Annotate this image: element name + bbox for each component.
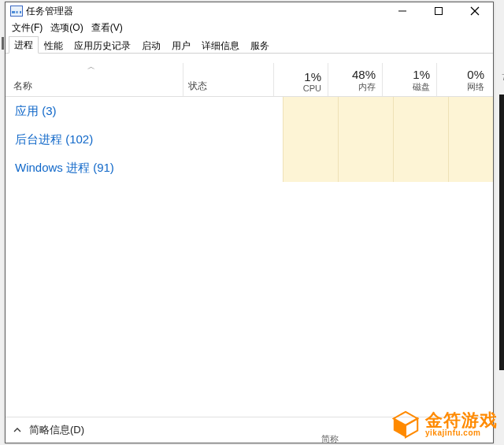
column-memory[interactable]: 48% 内存 <box>328 63 382 96</box>
group-background-status <box>192 125 283 154</box>
group-windows-label: Windows 进程 (91) <box>6 154 192 182</box>
column-name-label: 名称 <box>13 80 183 93</box>
under-caption: 简称 <box>321 433 339 445</box>
memory-label: 内存 <box>358 81 376 93</box>
group-background-label: 后台进程 (102) <box>6 125 192 154</box>
group-apps-cpu <box>283 97 338 125</box>
tab-apphistory[interactable]: 应用历史记录 <box>69 37 136 54</box>
bg-dark <box>499 95 504 370</box>
task-manager-window: 任务管理器 文件(F) 选项(O) 查看(V) 进程 <box>5 2 494 443</box>
tab-details[interactable]: 详细信息 <box>196 37 245 54</box>
group-apps-status <box>192 97 283 125</box>
menu-options[interactable]: 选项(O) <box>50 21 83 35</box>
cpu-usage-value: 1% <box>304 70 321 83</box>
group-background-memory <box>338 125 393 154</box>
close-button[interactable] <box>457 2 493 20</box>
tabbar: 进程 性能 应用历史记录 启动 用户 详细信息 服务 <box>6 35 493 54</box>
menu-view[interactable]: 查看(V) <box>91 21 123 35</box>
background: 7 任务管理器 文件(F) 选项(O) 查看(V) <box>0 0 504 445</box>
fewer-details-label[interactable]: 简略信息(D) <box>29 423 84 437</box>
column-headers: ︿ 名称 状态 1% CPU 48% 内存 1% 磁盘 0% 网络 <box>6 63 493 97</box>
group-background-network <box>448 125 493 154</box>
column-network[interactable]: 0% 网络 <box>436 63 491 96</box>
title-controls <box>384 2 493 20</box>
group-windows-network <box>448 154 493 182</box>
column-cpu[interactable]: 1% CPU <box>273 63 328 96</box>
group-apps-label: 应用 (3) <box>6 97 192 125</box>
task-manager-icon <box>10 6 23 17</box>
group-background-disk <box>393 125 448 154</box>
group-background-cpu <box>283 125 338 154</box>
group-windows-status <box>192 154 283 182</box>
tab-startup[interactable]: 启动 <box>136 37 166 54</box>
fewer-details-button[interactable] <box>12 425 23 436</box>
menu-file[interactable]: 文件(F) <box>12 21 43 35</box>
network-usage-value: 0% <box>467 68 484 81</box>
group-windows[interactable]: Windows 进程 (91) <box>6 154 493 182</box>
tab-services[interactable]: 服务 <box>245 37 275 54</box>
group-apps[interactable]: 应用 (3) <box>6 97 493 125</box>
minimize-button[interactable] <box>384 2 421 20</box>
group-apps-network <box>448 97 493 125</box>
column-status[interactable]: 状态 <box>183 63 273 96</box>
column-name[interactable]: ︿ 名称 <box>6 63 183 96</box>
process-list[interactable]: 应用 (3) 后台进程 (102) Windows 进程 (91) <box>6 97 493 417</box>
group-windows-cpu <box>283 154 338 182</box>
tab-performance[interactable]: 性能 <box>39 37 69 54</box>
window-title: 任务管理器 <box>26 5 73 18</box>
left-edge-marker <box>2 37 4 50</box>
memory-usage-value: 48% <box>352 68 376 81</box>
svg-rect-1 <box>435 8 443 15</box>
tab-users[interactable]: 用户 <box>166 37 196 54</box>
disk-usage-value: 1% <box>413 68 430 81</box>
group-windows-memory <box>338 154 393 182</box>
group-apps-memory <box>338 97 393 125</box>
cpu-label: CPU <box>303 83 321 93</box>
group-apps-disk <box>393 97 448 125</box>
tab-processes[interactable]: 进程 <box>9 36 39 54</box>
maximize-button[interactable] <box>421 2 457 20</box>
footer: 简略信息(D) <box>6 417 493 443</box>
titlebar[interactable]: 任务管理器 <box>6 2 493 20</box>
column-disk[interactable]: 1% 磁盘 <box>382 63 436 96</box>
network-label: 网络 <box>467 81 484 93</box>
group-windows-disk <box>393 154 448 182</box>
chevron-up-icon <box>13 425 22 435</box>
column-status-label: 状态 <box>188 80 273 93</box>
menubar: 文件(F) 选项(O) 查看(V) <box>6 20 493 35</box>
sort-indicator-icon: ︿ <box>87 61 95 72</box>
group-background[interactable]: 后台进程 (102) <box>6 125 493 154</box>
disk-label: 磁盘 <box>413 81 430 93</box>
